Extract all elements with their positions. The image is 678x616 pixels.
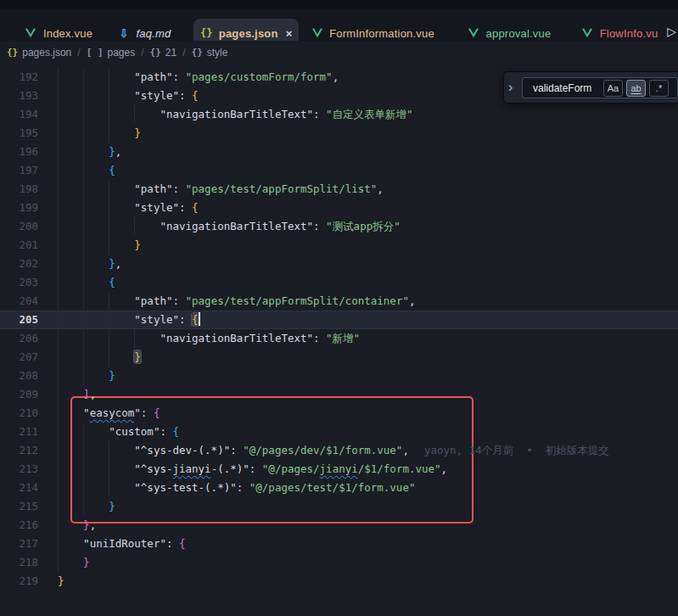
breadcrumb: {}pages.json/[ ]pages/{}21/{}style bbox=[0, 41, 678, 64]
code-line[interactable]: 217 "uniIdRouter": { bbox=[0, 535, 678, 553]
json-symbol-icon: {} bbox=[7, 47, 18, 58]
tab-label: approval.vue bbox=[486, 27, 552, 40]
code-line[interactable]: 213 "^sys-jianyi-(.*)": "@/pages/jianyi/… bbox=[0, 460, 678, 479]
code-text: ], bbox=[58, 385, 96, 404]
line-number[interactable]: 219 bbox=[0, 572, 38, 591]
line-number[interactable]: 206 bbox=[0, 329, 38, 348]
code-line[interactable]: 199 "style": { bbox=[0, 199, 678, 217]
code-text: }, bbox=[58, 255, 121, 273]
code-text: "navigationBarTitleText": "新增" bbox=[58, 329, 360, 348]
line-number[interactable]: 200 bbox=[0, 217, 38, 236]
tab-overflow-icon[interactable]: ▷ bbox=[667, 25, 676, 38]
code-text: "style": { bbox=[58, 199, 199, 217]
line-number[interactable]: 212 bbox=[0, 441, 38, 460]
code-line[interactable]: 206 "navigationBarTitleText": "新增" bbox=[0, 329, 678, 348]
code-text: } bbox=[58, 367, 115, 385]
code-line[interactable]: 211 "custom": { bbox=[0, 423, 678, 441]
code-text: } bbox=[58, 348, 141, 367]
code-text: "uniIdRouter": { bbox=[58, 535, 186, 553]
line-number[interactable]: 209 bbox=[0, 385, 38, 404]
code-line[interactable]: 195 } bbox=[0, 124, 678, 143]
line-number[interactable]: 217 bbox=[0, 535, 38, 553]
line-number[interactable]: 215 bbox=[0, 497, 38, 516]
code-text: "path": "pages/customForm/form", bbox=[58, 68, 339, 87]
line-number[interactable]: 193 bbox=[0, 87, 38, 105]
line-number[interactable]: 196 bbox=[0, 143, 38, 161]
vue-logo-icon bbox=[581, 27, 594, 40]
code-line[interactable]: 194 "navigationBarTitleText": "自定义表单新增" bbox=[0, 105, 678, 124]
code-text: } bbox=[58, 553, 90, 572]
code-line[interactable]: 214 "^sys-test-(.*)": "@/pages/test/$1/f… bbox=[0, 479, 678, 497]
line-number[interactable]: 205 bbox=[0, 311, 38, 329]
code-text: { bbox=[58, 161, 115, 180]
code-text: } bbox=[58, 124, 141, 143]
tab-label: Index.vue bbox=[43, 27, 92, 40]
code-line[interactable]: 203 { bbox=[0, 273, 678, 292]
line-number[interactable]: 211 bbox=[0, 423, 38, 441]
breadcrumb-item-pages.json[interactable]: {}pages.json bbox=[7, 47, 71, 59]
editor-tab-bar: ▷ Index.vue⇩faq.md{}pages.json×FormInfor… bbox=[0, 8, 678, 41]
code-line[interactable]: 210 "easycom": { bbox=[0, 404, 678, 423]
code-text: "navigationBarTitleText": "自定义表单新增" bbox=[58, 105, 413, 124]
line-number[interactable]: 203 bbox=[0, 273, 38, 292]
code-line[interactable]: 212 "^sys-dev-(.*)": "@/pages/dev/$1/for… bbox=[0, 441, 678, 460]
code-line[interactable]: 197 { bbox=[0, 161, 678, 180]
code-text: "style": { bbox=[58, 87, 199, 105]
tab-label: pages.json bbox=[219, 27, 278, 40]
code-line[interactable]: 198 "path": "pages/test/appFormSplit/lis… bbox=[0, 180, 678, 199]
code-line[interactable]: 216 }, bbox=[0, 516, 678, 535]
window-titlebar-strip bbox=[0, 0, 678, 8]
code-line[interactable]: 192 "path": "pages/customForm/form", bbox=[0, 68, 678, 87]
line-number[interactable]: 197 bbox=[0, 161, 38, 180]
line-number[interactable]: 210 bbox=[0, 404, 38, 423]
breadcrumb-item-21[interactable]: {}21 bbox=[150, 47, 177, 59]
code-line[interactable]: 207 } bbox=[0, 348, 678, 367]
code-line[interactable]: 205 "style": { bbox=[0, 311, 678, 329]
breadcrumb-item-style[interactable]: {}style bbox=[192, 47, 228, 59]
markdown-arrow-icon: ⇩ bbox=[118, 27, 131, 40]
code-line[interactable]: 193 "style": { bbox=[0, 87, 678, 105]
close-icon[interactable]: × bbox=[286, 27, 293, 40]
breadcrumb-item-pages[interactable]: [ ]pages bbox=[87, 47, 136, 59]
vue-logo-icon bbox=[468, 27, 480, 40]
code-text: } bbox=[58, 572, 64, 591]
line-number[interactable]: 214 bbox=[0, 479, 38, 497]
code-line[interactable]: 218 } bbox=[0, 553, 678, 572]
code-text: "style": { bbox=[58, 311, 200, 329]
breadcrumb-label: 21 bbox=[165, 47, 177, 59]
code-line[interactable]: 208 } bbox=[0, 367, 678, 385]
code-text: } bbox=[58, 497, 115, 516]
vscode-window: ▷ Index.vue⇩faq.md{}pages.json×FormInfor… bbox=[0, 0, 678, 616]
array-symbol-icon: [ ] bbox=[87, 47, 104, 58]
tab-label: FlowInfo.vu bbox=[600, 27, 658, 40]
line-number[interactable]: 208 bbox=[0, 367, 38, 385]
line-number[interactable]: 218 bbox=[0, 553, 38, 572]
code-line[interactable]: 200 "navigationBarTitleText": "测试app拆分" bbox=[0, 217, 678, 236]
line-number[interactable]: 207 bbox=[0, 348, 38, 367]
line-number[interactable]: 216 bbox=[0, 516, 38, 535]
code-line[interactable]: 219} bbox=[0, 572, 678, 591]
line-number[interactable]: 192 bbox=[0, 68, 38, 87]
code-line[interactable]: 204 "path": "pages/test/appFormSplit/con… bbox=[0, 292, 678, 311]
line-number[interactable]: 198 bbox=[0, 180, 38, 199]
json-braces-icon: {} bbox=[200, 27, 213, 40]
code-editor[interactable]: › Aa ab .* 192 "path": "pages/customForm… bbox=[0, 64, 678, 616]
line-number[interactable]: 213 bbox=[0, 460, 38, 479]
code-text: { bbox=[58, 273, 115, 292]
code-line[interactable]: 202 }, bbox=[0, 255, 678, 273]
line-number[interactable]: 195 bbox=[0, 124, 38, 143]
code-text: "^sys-jianyi-(.*)": "@/pages/jianyi/$1/f… bbox=[58, 460, 447, 479]
line-number[interactable]: 201 bbox=[0, 236, 38, 255]
tab-label: FormInformation.vue bbox=[329, 27, 434, 40]
code-text: "^sys-test-(.*)": "@/pages/test/$1/form.… bbox=[58, 479, 415, 497]
line-number[interactable]: 194 bbox=[0, 105, 38, 124]
code-line[interactable]: 215 } bbox=[0, 497, 678, 516]
line-number[interactable]: 199 bbox=[0, 199, 38, 217]
line-number[interactable]: 202 bbox=[0, 255, 38, 273]
tab-label: faq.md bbox=[137, 27, 171, 40]
code-line[interactable]: 209 ], bbox=[0, 385, 678, 404]
code-line[interactable]: 201 } bbox=[0, 236, 678, 255]
line-number[interactable]: 204 bbox=[0, 292, 38, 311]
code-line[interactable]: 196 }, bbox=[0, 143, 678, 161]
code-text: "^sys-dev-(.*)": "@/pages/dev/$1/form.vu… bbox=[58, 441, 609, 460]
